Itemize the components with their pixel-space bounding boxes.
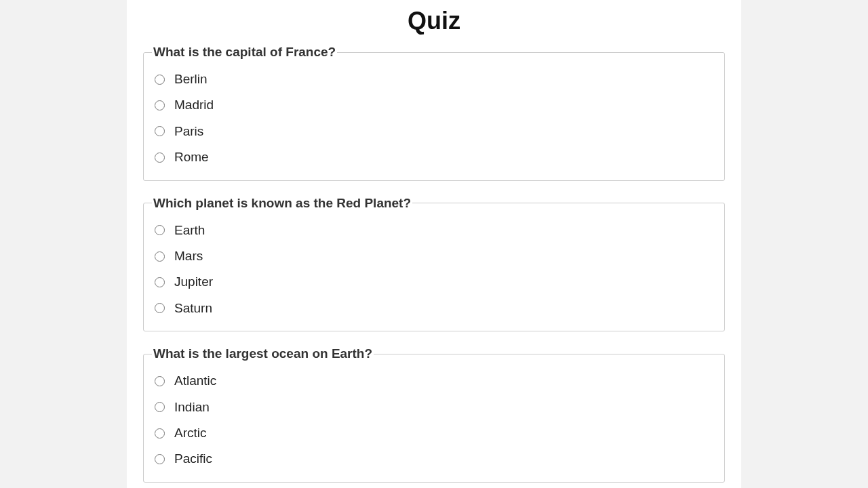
- question-2-legend: Which planet is known as the Red Planet?: [152, 196, 412, 211]
- question-3-option-2-label: Arctic: [174, 423, 207, 443]
- question-1-option-1[interactable]: Madrid: [152, 92, 716, 118]
- question-1: What is the capital of France? Berlin Ma…: [143, 45, 725, 181]
- question-1-radio-0[interactable]: [155, 75, 165, 85]
- question-3-radio-3[interactable]: [155, 454, 165, 464]
- question-2-radio-3[interactable]: [155, 303, 165, 313]
- question-2-option-3-label: Saturn: [174, 298, 212, 319]
- question-2-option-2[interactable]: Jupiter: [152, 269, 716, 295]
- question-3-option-0-label: Atlantic: [174, 371, 216, 391]
- question-2-option-0[interactable]: Earth: [152, 218, 716, 243]
- question-3: What is the largest ocean on Earth? Atla…: [143, 346, 725, 483]
- question-3-option-1[interactable]: Indian: [152, 394, 716, 420]
- question-3-legend: What is the largest ocean on Earth?: [152, 346, 374, 361]
- question-1-radio-1[interactable]: [155, 100, 165, 110]
- question-3-radio-0[interactable]: [155, 376, 165, 386]
- question-2-radio-2[interactable]: [155, 277, 165, 287]
- question-1-option-2-label: Paris: [174, 121, 203, 142]
- question-1-radio-2[interactable]: [155, 126, 165, 136]
- question-2-option-1[interactable]: Mars: [152, 243, 716, 269]
- question-1-legend: What is the capital of France?: [152, 45, 337, 60]
- question-2-option-0-label: Earth: [174, 220, 205, 241]
- question-1-option-0-label: Berlin: [174, 69, 208, 89]
- question-2: Which planet is known as the Red Planet?…: [143, 196, 725, 332]
- question-3-option-3[interactable]: Pacific: [152, 446, 716, 472]
- question-1-option-1-label: Madrid: [174, 95, 214, 115]
- question-1-option-3[interactable]: Rome: [152, 144, 716, 170]
- question-1-option-2[interactable]: Paris: [152, 119, 716, 144]
- question-2-option-3[interactable]: Saturn: [152, 296, 716, 321]
- question-2-radio-1[interactable]: [155, 251, 165, 262]
- question-1-option-0[interactable]: Berlin: [152, 66, 716, 92]
- question-1-option-3-label: Rome: [174, 147, 209, 167]
- question-3-radio-1[interactable]: [155, 402, 165, 412]
- page-title: Quiz: [143, 0, 725, 45]
- question-2-option-1-label: Mars: [174, 246, 203, 266]
- question-2-radio-0[interactable]: [155, 225, 165, 235]
- question-3-option-1-label: Indian: [174, 397, 210, 418]
- question-3-option-3-label: Pacific: [174, 449, 212, 469]
- question-3-radio-2[interactable]: [155, 428, 165, 439]
- question-1-radio-3[interactable]: [155, 152, 165, 163]
- quiz-container: Quiz What is the capital of France? Berl…: [127, 0, 741, 488]
- question-3-option-2[interactable]: Arctic: [152, 420, 716, 446]
- question-3-option-0[interactable]: Atlantic: [152, 368, 716, 394]
- question-2-option-2-label: Jupiter: [174, 272, 213, 292]
